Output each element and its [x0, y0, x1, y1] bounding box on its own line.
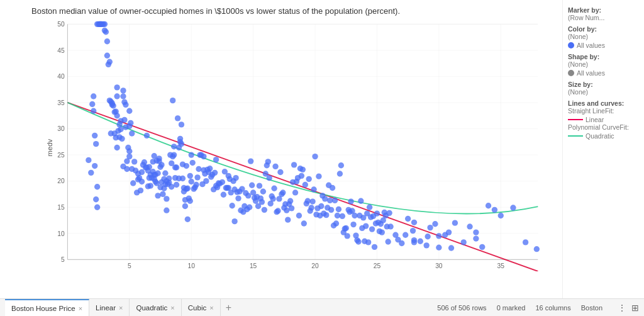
data-point[interactable] [235, 195, 241, 201]
data-point[interactable] [104, 53, 110, 59]
data-point[interactable] [386, 210, 392, 216]
data-point[interactable] [275, 208, 280, 213]
data-point[interactable] [432, 221, 438, 227]
add-tab-button[interactable]: + [221, 299, 236, 316]
data-point[interactable] [120, 93, 126, 99]
data-point[interactable] [126, 108, 132, 114]
data-point[interactable] [345, 233, 350, 239]
data-point[interactable] [203, 178, 209, 184]
data-point[interactable] [170, 98, 175, 103]
data-point[interactable] [164, 208, 169, 213]
data-point[interactable] [323, 212, 329, 218]
data-point[interactable] [201, 154, 206, 159]
tab-linear[interactable]: Linear × [89, 299, 130, 316]
data-point[interactable] [93, 141, 99, 147]
data-point[interactable] [411, 239, 417, 245]
data-point[interactable] [260, 189, 266, 195]
data-point[interactable] [229, 203, 235, 208]
data-point[interactable] [308, 205, 314, 210]
data-point[interactable] [312, 154, 318, 159]
data-point[interactable] [259, 199, 265, 205]
tab-cubic[interactable]: Cubic × [182, 299, 221, 316]
data-point[interactable] [139, 169, 145, 175]
data-point[interactable] [193, 182, 199, 188]
data-point[interactable] [272, 164, 278, 169]
data-point[interactable] [187, 198, 193, 204]
data-point[interactable] [166, 176, 172, 181]
data-point[interactable] [114, 113, 119, 118]
data-point[interactable] [91, 93, 96, 99]
data-point[interactable] [289, 205, 294, 211]
data-point[interactable] [328, 207, 334, 213]
data-point[interactable] [120, 87, 126, 93]
data-point[interactable] [138, 188, 143, 193]
data-point[interactable] [436, 233, 441, 239]
data-point[interactable] [174, 164, 179, 170]
data-point[interactable] [467, 223, 472, 229]
data-point[interactable] [177, 136, 183, 142]
data-point[interactable] [93, 196, 99, 202]
data-point[interactable] [190, 160, 196, 166]
data-point[interactable] [446, 229, 452, 235]
data-point[interactable] [189, 179, 194, 184]
data-point[interactable] [296, 213, 302, 218]
data-point[interactable] [265, 159, 271, 164]
data-point[interactable] [126, 154, 132, 159]
data-point[interactable] [387, 223, 393, 229]
data-point[interactable] [343, 225, 349, 231]
data-point[interactable] [219, 179, 225, 185]
data-point[interactable] [350, 222, 356, 227]
data-point[interactable] [374, 210, 380, 216]
data-point[interactable] [306, 176, 312, 182]
data-point[interactable] [247, 205, 252, 210]
data-point[interactable] [270, 196, 275, 201]
data-point[interactable] [355, 239, 361, 244]
data-point[interactable] [92, 163, 97, 169]
data-point[interactable] [103, 29, 109, 35]
data-point[interactable] [385, 239, 391, 244]
data-point[interactable] [452, 220, 458, 225]
data-point[interactable] [340, 213, 345, 219]
data-point[interactable] [301, 220, 307, 226]
data-point[interactable] [348, 198, 353, 204]
data-point[interactable] [473, 229, 479, 235]
data-point[interactable] [94, 205, 100, 210]
data-point[interactable] [131, 159, 137, 164]
data-point[interactable] [534, 246, 540, 252]
data-point[interactable] [523, 239, 528, 245]
data-point[interactable] [300, 167, 306, 172]
data-point[interactable] [102, 21, 108, 27]
data-point[interactable] [399, 240, 404, 246]
data-point[interactable] [180, 176, 186, 181]
data-point[interactable] [271, 186, 277, 191]
data-point[interactable] [179, 141, 184, 147]
data-point[interactable] [114, 93, 119, 99]
data-point[interactable] [423, 242, 429, 248]
data-point[interactable] [365, 239, 371, 245]
data-point[interactable] [461, 239, 467, 245]
data-point[interactable] [427, 225, 433, 230]
data-point[interactable] [486, 203, 491, 208]
data-point[interactable] [316, 173, 321, 179]
data-point[interactable] [309, 198, 315, 204]
data-point[interactable] [372, 244, 377, 250]
data-point[interactable] [86, 157, 91, 163]
data-point[interactable] [379, 229, 385, 235]
data-point[interactable] [292, 189, 298, 195]
data-point[interactable] [280, 189, 286, 195]
data-point[interactable] [267, 175, 272, 181]
data-point[interactable] [126, 149, 132, 154]
data-point[interactable] [160, 191, 165, 197]
data-point[interactable] [162, 171, 168, 176]
data-point[interactable] [104, 38, 110, 44]
data-point[interactable] [405, 216, 411, 222]
data-point[interactable] [114, 145, 119, 150]
data-point[interactable] [299, 173, 304, 179]
data-point[interactable] [221, 192, 226, 198]
data-point[interactable] [185, 217, 191, 222]
data-point[interactable] [291, 162, 297, 167]
data-point[interactable] [123, 102, 128, 108]
data-point[interactable] [410, 228, 416, 234]
data-point[interactable] [287, 198, 293, 204]
tab-close-cubic[interactable]: × [209, 304, 213, 312]
